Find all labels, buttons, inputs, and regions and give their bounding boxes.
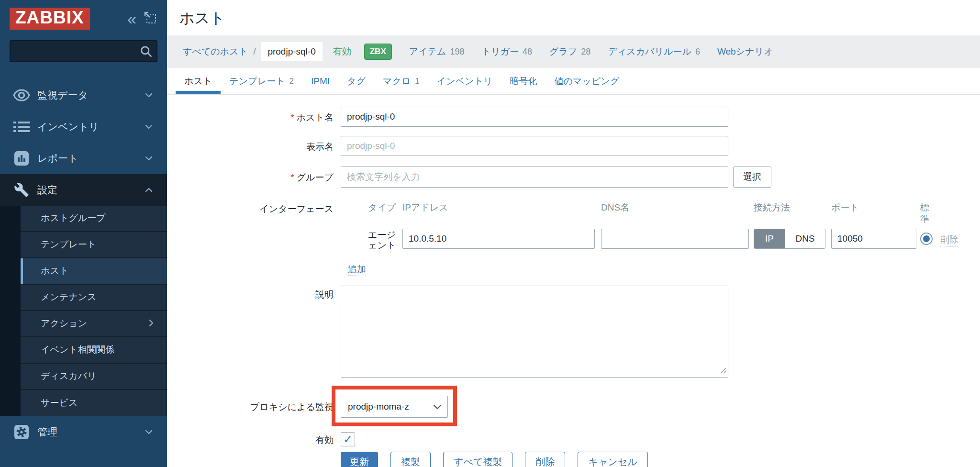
enabled-checkbox[interactable]: ✓ [341, 432, 355, 446]
sidebar-item-discovery[interactable]: ディスカバリ [21, 364, 167, 390]
interface-port-input[interactable] [831, 229, 916, 249]
tab-macros[interactable]: マクロ 1 [374, 68, 428, 94]
graphs-count: 28 [581, 47, 590, 57]
items-link-group: アイテム 198 [409, 45, 465, 58]
interface-ip-header: IPアドレス [402, 202, 595, 225]
chevron-down-icon [145, 91, 153, 100]
items-count: 198 [450, 47, 465, 57]
group-select-button[interactable]: 選択 [733, 167, 771, 188]
groups-input[interactable] [341, 167, 728, 188]
default-interface-radio[interactable] [920, 233, 933, 245]
cancel-button[interactable]: キャンセル [578, 452, 647, 467]
host-form: *ホスト名 表示名 *グループ 選択 インターフェース [167, 95, 980, 467]
interfaces-header-row: タイプ IPアドレス DNS名 接続方法 ポート 標準 [341, 202, 974, 225]
radio-dot [923, 235, 930, 242]
tab-count: 1 [415, 77, 419, 86]
tab-templates[interactable]: テンプレート 2 [221, 68, 302, 94]
search-icon[interactable] [139, 44, 153, 60]
chevron-down-icon [433, 401, 442, 412]
sidebar-item-administration[interactable]: 管理 [0, 416, 167, 448]
interface-type-agent: エージェント [368, 229, 400, 251]
annotation-highlight-box: prodjp-moma-z [332, 386, 457, 426]
tab-inventory[interactable]: インベントリ [428, 68, 501, 94]
submenu-label: メンテナンス [41, 291, 167, 303]
sidebar-item-inventory[interactable]: インベントリ [0, 111, 167, 143]
interfaces-label: インターフェース [167, 202, 341, 215]
sidebar-item-label: レポート [37, 152, 145, 165]
breadcrumb-all-hosts-link[interactable]: すべてのホスト [183, 45, 248, 58]
sidebar: ZABBIX « 監視データ インベントリ [0, 0, 167, 467]
submenu-label: ホストグループ [41, 212, 167, 224]
items-link[interactable]: アイテム [409, 45, 446, 58]
sidebar-item-label: 監視データ [37, 89, 145, 102]
tab-label: インベントリ [437, 75, 493, 88]
tab-host[interactable]: ホスト [176, 68, 221, 94]
sidebar-item-services[interactable]: サービス [21, 390, 167, 416]
tab-value-mapping[interactable]: 値のマッピング [546, 68, 628, 94]
tab-label: 値のマッピング [554, 75, 619, 88]
tab-ipmi[interactable]: IPMI [302, 68, 338, 94]
visible-name-input[interactable] [341, 136, 728, 156]
actions-spacer [167, 452, 341, 456]
wrench-icon [12, 182, 31, 198]
expand-fullscreen-icon[interactable] [143, 11, 157, 27]
search-input[interactable] [10, 40, 157, 62]
sidebar-item-monitoring[interactable]: 監視データ [0, 79, 167, 111]
connect-ip-option[interactable]: IP [754, 229, 785, 248]
remove-interface-link[interactable]: 削除 [940, 234, 958, 246]
connect-dns-option[interactable]: DNS [785, 229, 825, 248]
interface-ip-input[interactable] [402, 229, 595, 249]
sidebar-menu: 監視データ インベントリ レポート 設定 ホストグル [0, 79, 167, 448]
sidebar-item-hosts[interactable]: ホスト [21, 258, 167, 285]
tab-count: 2 [290, 77, 294, 86]
breadcrumb-host-name[interactable]: prodjp-sql-0 [261, 42, 322, 61]
sidebar-item-reports[interactable]: レポート [0, 143, 167, 174]
sidebar-item-event-correlation[interactable]: イベント相関関係 [21, 337, 167, 364]
gear-icon [12, 424, 31, 440]
description-textarea[interactable] [341, 286, 728, 378]
clone-button[interactable]: 複製 [390, 452, 431, 467]
host-name-input[interactable] [341, 107, 728, 127]
delete-button[interactable]: 削除 [525, 452, 565, 467]
zbx-availability-badge: ZBX [364, 44, 392, 60]
sidebar-item-host-groups[interactable]: ホストグループ [21, 206, 167, 232]
discovery-rules-count: 6 [695, 47, 700, 57]
graphs-link[interactable]: グラフ [549, 45, 577, 58]
sidebar-item-configuration[interactable]: 設定 [0, 174, 167, 206]
proxy-label: プロキシによる監視 [167, 386, 341, 413]
chevron-down-icon [145, 154, 153, 163]
update-button[interactable]: 更新 [341, 452, 378, 467]
add-interface-link[interactable]: 追加 [348, 263, 366, 276]
tab-label: テンプレート [229, 75, 285, 88]
web-scenarios-link[interactable]: Webシナリオ [717, 45, 773, 58]
sidebar-item-templates[interactable]: テンプレート [21, 232, 167, 258]
triggers-link[interactable]: トリガー [482, 45, 519, 58]
submenu-label: サービス [41, 397, 167, 409]
tab-tags[interactable]: タグ [338, 68, 374, 94]
eye-icon [12, 89, 31, 101]
required-asterisk: * [290, 172, 294, 182]
submenu-label: テンプレート [41, 238, 167, 251]
page-title: ホスト [167, 0, 980, 28]
resize-handle-icon[interactable] [720, 367, 726, 376]
chevron-up-icon [145, 186, 153, 194]
proxy-select-value: prodjp-moma-z [348, 401, 409, 412]
breadcrumb-separator: / [253, 46, 256, 57]
tab-encryption[interactable]: 暗号化 [501, 68, 546, 94]
required-asterisk: * [290, 112, 294, 122]
discovery-rules-link[interactable]: ディスカバリルール [608, 45, 691, 58]
zabbix-logo[interactable]: ZABBIX [10, 8, 90, 30]
sidebar-item-label: インベントリ [37, 120, 145, 133]
full-clone-button[interactable]: すべて複製 [443, 452, 512, 467]
interface-dns-header: DNS名 [601, 202, 749, 225]
enabled-label: 有効 [167, 432, 341, 446]
sidebar-item-actions[interactable]: アクション [21, 311, 167, 337]
form-actions: 更新 複製 すべて複製 削除 キャンセル [341, 452, 648, 467]
submenu-label: アクション [41, 317, 149, 330]
tab-label: 暗号化 [510, 75, 537, 88]
main-content: ホスト すべてのホスト / prodjp-sql-0 有効 ZBX アイテム 1… [167, 0, 980, 467]
collapse-sidebar-icon[interactable]: « [127, 12, 136, 25]
proxy-select[interactable]: prodjp-moma-z [341, 396, 448, 418]
interface-dns-input[interactable] [601, 229, 749, 249]
sidebar-item-maintenance[interactable]: メンテナンス [21, 285, 167, 311]
